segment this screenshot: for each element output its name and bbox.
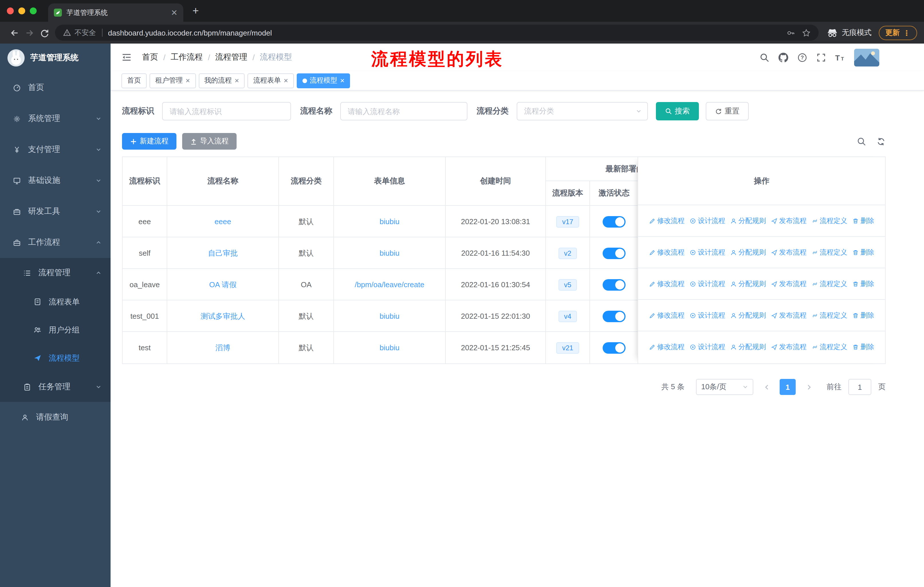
action-design[interactable]: 设计流程 bbox=[690, 216, 725, 226]
search-button[interactable]: 搜索 bbox=[656, 102, 699, 121]
next-page-button[interactable] bbox=[802, 379, 816, 395]
sidebar-item-leave-query[interactable]: 请假查询 bbox=[0, 402, 111, 433]
fullscreen-button[interactable] bbox=[816, 53, 826, 62]
action-design[interactable]: 设计流程 bbox=[690, 247, 725, 257]
sidebar-item-process-mgmt[interactable]: 流程管理 bbox=[0, 258, 111, 288]
action-delete[interactable]: 删除 bbox=[852, 342, 874, 352]
action-delete[interactable]: 删除 bbox=[852, 279, 874, 289]
sidebar-collapse-button[interactable] bbox=[121, 52, 132, 63]
form-link[interactable]: biubiu bbox=[380, 217, 399, 226]
process-category-select[interactable]: 流程分类 bbox=[517, 102, 648, 121]
browser-menu-icon[interactable]: ⋮ bbox=[903, 28, 910, 37]
close-icon[interactable]: × bbox=[186, 77, 190, 84]
action-assign[interactable]: 分配规则 bbox=[730, 216, 766, 226]
action-publish[interactable]: 发布流程 bbox=[771, 311, 807, 320]
sidebar-item-process-models[interactable]: 流程模型 bbox=[0, 344, 111, 372]
reset-button[interactable]: 重置 bbox=[706, 102, 749, 121]
action-edit[interactable]: 修改流程 bbox=[649, 247, 685, 257]
action-design[interactable]: 设计流程 bbox=[690, 342, 725, 352]
action-definition[interactable]: 流程定义 bbox=[812, 216, 847, 226]
action-assign[interactable]: 分配规则 bbox=[730, 342, 766, 352]
sidebar-item-home[interactable]: 首页 bbox=[0, 72, 111, 103]
address-bar[interactable]: 不安全 dashboard.yudao.iocoder.cn/bpm/manag… bbox=[55, 25, 818, 41]
action-publish[interactable]: 发布流程 bbox=[771, 279, 807, 289]
help-button[interactable]: ? bbox=[797, 53, 807, 62]
action-definition[interactable]: 流程定义 bbox=[812, 342, 847, 352]
breadcrumb-workflow[interactable]: 工作流程 bbox=[171, 52, 203, 63]
sidebar-item-infrastructure[interactable]: 基础设施 bbox=[0, 165, 111, 196]
action-delete[interactable]: 删除 bbox=[852, 247, 874, 257]
model-name-link[interactable]: eeee bbox=[214, 217, 231, 226]
process-key-input[interactable] bbox=[162, 102, 291, 121]
sidebar-item-process-forms[interactable]: 流程表单 bbox=[0, 288, 111, 316]
table-search-toggle-button[interactable] bbox=[857, 137, 866, 146]
reload-button[interactable] bbox=[37, 25, 51, 40]
active-toggle[interactable] bbox=[602, 279, 625, 290]
form-link[interactable]: biubiu bbox=[380, 249, 399, 257]
action-publish[interactable]: 发布流程 bbox=[771, 247, 807, 257]
sidebar-item-dev-tools[interactable]: 研发工具 bbox=[0, 196, 111, 227]
security-badge[interactable]: 不安全 bbox=[63, 28, 96, 38]
update-button[interactable]: 更新 ⋮ bbox=[878, 25, 917, 40]
action-definition[interactable]: 流程定义 bbox=[812, 279, 847, 289]
github-button[interactable] bbox=[779, 53, 788, 62]
close-icon[interactable]: × bbox=[340, 77, 345, 84]
action-definition[interactable]: 流程定义 bbox=[812, 311, 847, 320]
table-refresh-button[interactable] bbox=[876, 137, 886, 146]
breadcrumb-home[interactable]: 首页 bbox=[142, 52, 158, 63]
user-avatar[interactable] bbox=[854, 48, 879, 66]
model-name-link[interactable]: 自己审批 bbox=[208, 248, 238, 258]
model-name-link[interactable]: 滔博 bbox=[215, 342, 230, 353]
sidebar-item-payment-mgmt[interactable]: 支付管理 bbox=[0, 134, 111, 165]
sidebar-item-task-mgmt[interactable]: 任务管理 bbox=[0, 372, 111, 402]
process-name-input[interactable] bbox=[340, 102, 467, 121]
tag-my-flows[interactable]: 我的流程× bbox=[198, 73, 244, 88]
header-search-button[interactable] bbox=[760, 53, 769, 62]
back-button[interactable] bbox=[7, 25, 22, 40]
action-delete[interactable]: 删除 bbox=[852, 311, 874, 320]
action-edit[interactable]: 修改流程 bbox=[649, 342, 685, 352]
page-size-select[interactable]: 10条/页 bbox=[696, 379, 753, 395]
action-assign[interactable]: 分配规则 bbox=[730, 247, 766, 257]
traffic-light-minimize[interactable] bbox=[18, 7, 25, 14]
tag-tenant-mgmt[interactable]: 租户管理× bbox=[150, 73, 196, 88]
bookmark-star-icon[interactable] bbox=[802, 28, 810, 37]
new-tab-button[interactable]: + bbox=[193, 0, 199, 22]
sidebar-item-system-mgmt[interactable]: 系统管理 bbox=[0, 103, 111, 134]
tag-home[interactable]: 首页 bbox=[121, 73, 147, 88]
form-link[interactable]: biubiu bbox=[380, 343, 399, 352]
action-edit[interactable]: 修改流程 bbox=[649, 311, 685, 320]
password-key-icon[interactable] bbox=[786, 28, 795, 37]
traffic-light-zoom[interactable] bbox=[30, 7, 37, 14]
active-toggle[interactable] bbox=[602, 216, 625, 227]
model-name-link[interactable]: 测试多审批人 bbox=[201, 311, 245, 321]
tab-close-icon[interactable]: ✕ bbox=[171, 8, 178, 17]
sidebar-item-workflow[interactable]: 工作流程 bbox=[0, 227, 111, 258]
action-publish[interactable]: 发布流程 bbox=[771, 216, 807, 226]
action-definition[interactable]: 流程定义 bbox=[812, 247, 847, 257]
action-design[interactable]: 设计流程 bbox=[690, 311, 725, 320]
active-toggle[interactable] bbox=[602, 342, 625, 354]
form-link[interactable]: biubiu bbox=[380, 312, 399, 321]
tag-flow-forms[interactable]: 流程表单× bbox=[248, 73, 294, 88]
action-edit[interactable]: 修改流程 bbox=[649, 216, 685, 226]
action-delete[interactable]: 删除 bbox=[852, 216, 874, 226]
font-size-button[interactable]: TT bbox=[835, 53, 845, 62]
action-assign[interactable]: 分配规则 bbox=[730, 311, 766, 320]
active-toggle[interactable] bbox=[602, 311, 625, 322]
model-name-link[interactable]: OA 请假 bbox=[209, 279, 236, 290]
tag-flow-models[interactable]: 流程模型× bbox=[297, 73, 350, 88]
active-toggle[interactable] bbox=[602, 247, 625, 259]
form-link[interactable]: /bpm/oa/leave/create bbox=[355, 280, 424, 289]
browser-tab[interactable]: 芋道管理系统 ✕ bbox=[48, 3, 183, 22]
forward-button[interactable] bbox=[22, 25, 37, 40]
action-design[interactable]: 设计流程 bbox=[690, 279, 725, 289]
import-process-button[interactable]: 导入流程 bbox=[182, 133, 237, 150]
create-process-button[interactable]: 新建流程 bbox=[122, 133, 177, 150]
breadcrumb-process-mgmt[interactable]: 流程管理 bbox=[215, 52, 248, 63]
page-1-button[interactable]: 1 bbox=[780, 379, 796, 395]
action-edit[interactable]: 修改流程 bbox=[649, 279, 685, 289]
traffic-light-close[interactable] bbox=[7, 7, 14, 14]
action-assign[interactable]: 分配规则 bbox=[730, 279, 766, 289]
prev-page-button[interactable] bbox=[759, 379, 774, 395]
